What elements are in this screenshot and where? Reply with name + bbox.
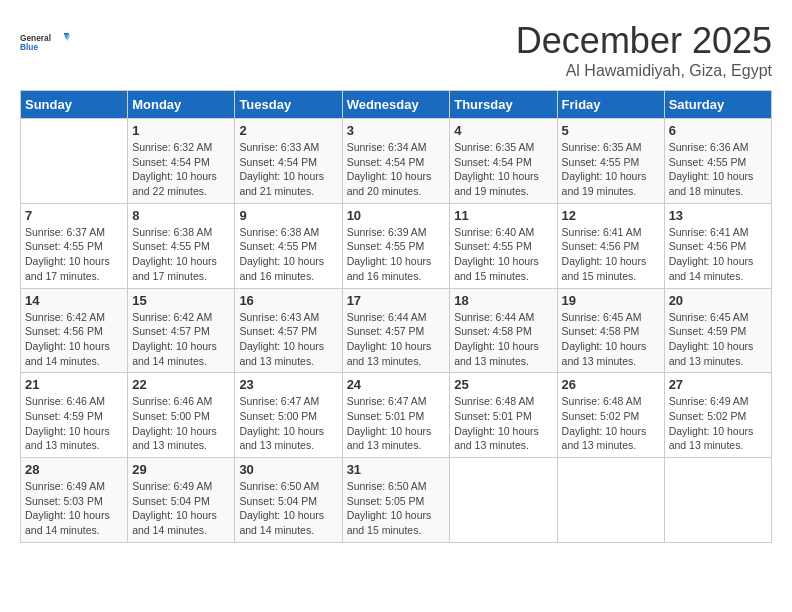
calendar-week-row: 21Sunrise: 6:46 AMSunset: 4:59 PMDayligh… — [21, 373, 772, 458]
calendar-cell: 30Sunrise: 6:50 AMSunset: 5:04 PMDayligh… — [235, 458, 342, 543]
day-number: 3 — [347, 123, 446, 138]
svg-text:Blue: Blue — [20, 42, 38, 52]
day-number: 1 — [132, 123, 230, 138]
day-number: 9 — [239, 208, 337, 223]
day-number: 13 — [669, 208, 767, 223]
calendar-cell: 1Sunrise: 6:32 AMSunset: 4:54 PMDaylight… — [128, 119, 235, 204]
day-number: 11 — [454, 208, 552, 223]
calendar-cell: 17Sunrise: 6:44 AMSunset: 4:57 PMDayligh… — [342, 288, 450, 373]
calendar-cell: 21Sunrise: 6:46 AMSunset: 4:59 PMDayligh… — [21, 373, 128, 458]
calendar-cell: 24Sunrise: 6:47 AMSunset: 5:01 PMDayligh… — [342, 373, 450, 458]
calendar-cell: 27Sunrise: 6:49 AMSunset: 5:02 PMDayligh… — [664, 373, 771, 458]
day-info: Sunrise: 6:45 AMSunset: 4:58 PMDaylight:… — [562, 310, 660, 369]
day-info: Sunrise: 6:40 AMSunset: 4:55 PMDaylight:… — [454, 225, 552, 284]
day-info: Sunrise: 6:35 AMSunset: 4:55 PMDaylight:… — [562, 140, 660, 199]
calendar-cell: 7Sunrise: 6:37 AMSunset: 4:55 PMDaylight… — [21, 203, 128, 288]
calendar-cell: 4Sunrise: 6:35 AMSunset: 4:54 PMDaylight… — [450, 119, 557, 204]
calendar-cell: 11Sunrise: 6:40 AMSunset: 4:55 PMDayligh… — [450, 203, 557, 288]
day-number: 23 — [239, 377, 337, 392]
calendar-cell — [21, 119, 128, 204]
weekday-header: Tuesday — [235, 91, 342, 119]
calendar-week-row: 14Sunrise: 6:42 AMSunset: 4:56 PMDayligh… — [21, 288, 772, 373]
day-number: 20 — [669, 293, 767, 308]
calendar-cell — [664, 458, 771, 543]
day-number: 26 — [562, 377, 660, 392]
day-number: 7 — [25, 208, 123, 223]
day-info: Sunrise: 6:38 AMSunset: 4:55 PMDaylight:… — [239, 225, 337, 284]
calendar-week-row: 1Sunrise: 6:32 AMSunset: 4:54 PMDaylight… — [21, 119, 772, 204]
weekday-header: Friday — [557, 91, 664, 119]
day-info: Sunrise: 6:42 AMSunset: 4:56 PMDaylight:… — [25, 310, 123, 369]
svg-text:General: General — [20, 33, 51, 43]
day-info: Sunrise: 6:48 AMSunset: 5:01 PMDaylight:… — [454, 394, 552, 453]
day-number: 16 — [239, 293, 337, 308]
calendar-cell: 12Sunrise: 6:41 AMSunset: 4:56 PMDayligh… — [557, 203, 664, 288]
day-number: 15 — [132, 293, 230, 308]
day-number: 28 — [25, 462, 123, 477]
location: Al Hawamidiyah, Giza, Egypt — [516, 62, 772, 80]
day-info: Sunrise: 6:35 AMSunset: 4:54 PMDaylight:… — [454, 140, 552, 199]
weekday-header: Wednesday — [342, 91, 450, 119]
day-info: Sunrise: 6:34 AMSunset: 4:54 PMDaylight:… — [347, 140, 446, 199]
day-info: Sunrise: 6:43 AMSunset: 4:57 PMDaylight:… — [239, 310, 337, 369]
calendar-cell: 6Sunrise: 6:36 AMSunset: 4:55 PMDaylight… — [664, 119, 771, 204]
day-info: Sunrise: 6:36 AMSunset: 4:55 PMDaylight:… — [669, 140, 767, 199]
day-number: 5 — [562, 123, 660, 138]
day-info: Sunrise: 6:50 AMSunset: 5:04 PMDaylight:… — [239, 479, 337, 538]
calendar-cell: 22Sunrise: 6:46 AMSunset: 5:00 PMDayligh… — [128, 373, 235, 458]
calendar-cell: 26Sunrise: 6:48 AMSunset: 5:02 PMDayligh… — [557, 373, 664, 458]
calendar-cell: 3Sunrise: 6:34 AMSunset: 4:54 PMDaylight… — [342, 119, 450, 204]
day-number: 12 — [562, 208, 660, 223]
calendar-cell: 2Sunrise: 6:33 AMSunset: 4:54 PMDaylight… — [235, 119, 342, 204]
day-info: Sunrise: 6:44 AMSunset: 4:57 PMDaylight:… — [347, 310, 446, 369]
day-info: Sunrise: 6:38 AMSunset: 4:55 PMDaylight:… — [132, 225, 230, 284]
day-number: 4 — [454, 123, 552, 138]
calendar-cell: 29Sunrise: 6:49 AMSunset: 5:04 PMDayligh… — [128, 458, 235, 543]
day-info: Sunrise: 6:47 AMSunset: 5:00 PMDaylight:… — [239, 394, 337, 453]
day-number: 30 — [239, 462, 337, 477]
day-info: Sunrise: 6:50 AMSunset: 5:05 PMDaylight:… — [347, 479, 446, 538]
day-number: 14 — [25, 293, 123, 308]
weekday-header: Saturday — [664, 91, 771, 119]
day-number: 25 — [454, 377, 552, 392]
day-info: Sunrise: 6:49 AMSunset: 5:04 PMDaylight:… — [132, 479, 230, 538]
calendar-cell: 23Sunrise: 6:47 AMSunset: 5:00 PMDayligh… — [235, 373, 342, 458]
calendar-cell: 10Sunrise: 6:39 AMSunset: 4:55 PMDayligh… — [342, 203, 450, 288]
day-number: 27 — [669, 377, 767, 392]
weekday-header: Sunday — [21, 91, 128, 119]
calendar-cell: 25Sunrise: 6:48 AMSunset: 5:01 PMDayligh… — [450, 373, 557, 458]
day-info: Sunrise: 6:49 AMSunset: 5:02 PMDaylight:… — [669, 394, 767, 453]
logo-svg: General Blue — [20, 20, 70, 65]
day-number: 31 — [347, 462, 446, 477]
calendar-cell: 8Sunrise: 6:38 AMSunset: 4:55 PMDaylight… — [128, 203, 235, 288]
day-number: 18 — [454, 293, 552, 308]
page-header: General Blue December 2025 Al Hawamidiya… — [20, 20, 772, 80]
calendar-cell: 14Sunrise: 6:42 AMSunset: 4:56 PMDayligh… — [21, 288, 128, 373]
calendar-week-row: 7Sunrise: 6:37 AMSunset: 4:55 PMDaylight… — [21, 203, 772, 288]
day-number: 21 — [25, 377, 123, 392]
day-number: 19 — [562, 293, 660, 308]
day-info: Sunrise: 6:45 AMSunset: 4:59 PMDaylight:… — [669, 310, 767, 369]
day-info: Sunrise: 6:49 AMSunset: 5:03 PMDaylight:… — [25, 479, 123, 538]
calendar-cell: 18Sunrise: 6:44 AMSunset: 4:58 PMDayligh… — [450, 288, 557, 373]
weekday-header: Thursday — [450, 91, 557, 119]
day-number: 24 — [347, 377, 446, 392]
calendar-cell: 9Sunrise: 6:38 AMSunset: 4:55 PMDaylight… — [235, 203, 342, 288]
day-info: Sunrise: 6:33 AMSunset: 4:54 PMDaylight:… — [239, 140, 337, 199]
day-info: Sunrise: 6:32 AMSunset: 4:54 PMDaylight:… — [132, 140, 230, 199]
calendar-cell: 13Sunrise: 6:41 AMSunset: 4:56 PMDayligh… — [664, 203, 771, 288]
calendar-cell: 28Sunrise: 6:49 AMSunset: 5:03 PMDayligh… — [21, 458, 128, 543]
day-number: 8 — [132, 208, 230, 223]
calendar-cell: 16Sunrise: 6:43 AMSunset: 4:57 PMDayligh… — [235, 288, 342, 373]
calendar-cell — [450, 458, 557, 543]
day-info: Sunrise: 6:47 AMSunset: 5:01 PMDaylight:… — [347, 394, 446, 453]
month-title: December 2025 — [516, 20, 772, 62]
day-info: Sunrise: 6:41 AMSunset: 4:56 PMDaylight:… — [669, 225, 767, 284]
day-info: Sunrise: 6:39 AMSunset: 4:55 PMDaylight:… — [347, 225, 446, 284]
day-info: Sunrise: 6:48 AMSunset: 5:02 PMDaylight:… — [562, 394, 660, 453]
calendar-week-row: 28Sunrise: 6:49 AMSunset: 5:03 PMDayligh… — [21, 458, 772, 543]
day-number: 29 — [132, 462, 230, 477]
day-info: Sunrise: 6:37 AMSunset: 4:55 PMDaylight:… — [25, 225, 123, 284]
weekday-header: Monday — [128, 91, 235, 119]
calendar-cell: 15Sunrise: 6:42 AMSunset: 4:57 PMDayligh… — [128, 288, 235, 373]
